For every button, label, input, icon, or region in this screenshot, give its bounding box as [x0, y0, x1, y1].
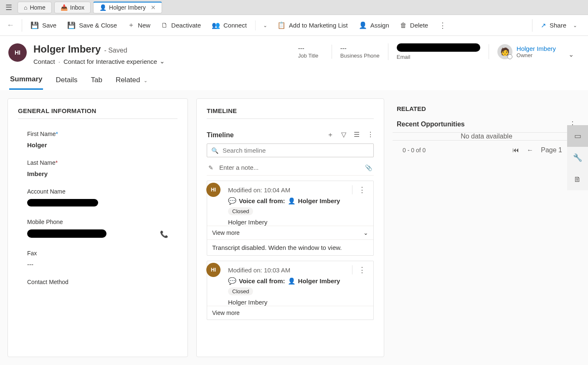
- header-expand-icon[interactable]: ⌄: [563, 47, 580, 62]
- overflow-button[interactable]: ⋮: [435, 18, 451, 33]
- delete-label: Delete: [410, 22, 428, 29]
- deactivate-label: Deactivate: [171, 22, 201, 29]
- new-label: New: [138, 22, 150, 29]
- tab-details[interactable]: Details: [55, 73, 78, 89]
- pencil-icon: ✎: [208, 164, 213, 171]
- opportunities-heading: Recent Opportunities: [397, 121, 465, 128]
- voicecall-icon: 💬: [228, 197, 236, 205]
- transcript-message: Transcript disabled. Widen the window to…: [207, 239, 373, 255]
- timeline-item-menu-icon[interactable]: ⋮: [352, 185, 366, 194]
- businessphone-value[interactable]: ---: [340, 45, 380, 52]
- filter-icon[interactable]: ▽: [341, 131, 346, 139]
- timeline-item-menu-icon[interactable]: ⋮: [352, 265, 366, 274]
- timeline-body: Holger Imbery: [228, 299, 368, 306]
- rail-document-icon[interactable]: 🗎: [567, 169, 588, 190]
- lastname-value[interactable]: Imbery: [27, 170, 168, 177]
- attachment-icon[interactable]: 📎: [365, 164, 372, 171]
- view-more-label: View more: [212, 310, 240, 316]
- general-information-card: GENERAL INFORMATION First Name* Holger L…: [8, 98, 188, 357]
- search-icon: 🔍: [211, 147, 218, 154]
- chevron-down-icon: ⌄: [363, 229, 368, 236]
- timeline-title-contact[interactable]: Holger Imbery: [298, 197, 340, 204]
- save-close-label: Save & Close: [79, 22, 117, 29]
- tab-inbox[interactable]: 📥 Inbox: [54, 2, 91, 13]
- email-label: Email: [397, 54, 480, 60]
- status-badge: Closed: [228, 287, 253, 295]
- tab-summary[interactable]: Summary: [9, 73, 43, 90]
- mobilephone-value[interactable]: [27, 229, 106, 239]
- form-selector[interactable]: Contact for Interactive experience ⌄: [63, 58, 165, 65]
- timeline-item-avatar: HI: [206, 183, 220, 197]
- tab-related[interactable]: Related ⌄: [115, 73, 148, 89]
- view-more-button[interactable]: View more: [207, 306, 373, 320]
- save-button[interactable]: 💾 Save: [26, 19, 61, 32]
- accountname-label: Account Name: [27, 188, 168, 195]
- view-more-button[interactable]: View more ⌄: [207, 226, 373, 239]
- timeline-note-row[interactable]: ✎ Enter a note... 📎: [207, 160, 374, 176]
- add-to-marketing-button[interactable]: 📋 Add to Marketing List: [273, 19, 352, 32]
- phone-icon[interactable]: 📞: [160, 230, 168, 238]
- owner-label: Owner: [517, 52, 556, 58]
- divider: [22, 19, 22, 32]
- delete-button[interactable]: 🗑 Delete: [396, 19, 432, 32]
- person-icon: 👤: [288, 277, 296, 285]
- chevron-down-icon: ⌄: [144, 78, 147, 83]
- prev-page-icon[interactable]: ←: [527, 146, 533, 154]
- timeline-overflow-icon[interactable]: ⋮: [367, 131, 374, 139]
- rail-wrench-icon[interactable]: 🔧: [567, 147, 588, 169]
- timeline-title-prefix: Voice call from:: [239, 277, 285, 284]
- assign-button[interactable]: 👤 Assign: [355, 19, 393, 32]
- mobilephone-label: Mobile Phone: [27, 219, 168, 225]
- fax-label: Fax: [27, 250, 168, 257]
- businessphone-label: Business Phone: [340, 53, 380, 59]
- sort-icon[interactable]: ☰: [354, 131, 360, 139]
- timeline-search-input[interactable]: [223, 147, 369, 154]
- related-section: RELATED Recent Opportunities ⋮ No data a…: [393, 98, 580, 154]
- right-rail: ▭ 🔧 🗎: [567, 125, 588, 190]
- view-more-label: View more: [212, 229, 240, 236]
- connect-chevron-icon[interactable]: ⌄: [260, 20, 271, 31]
- owner-name[interactable]: Holger Imbery: [517, 45, 556, 52]
- firstname-value[interactable]: Holger: [27, 141, 168, 149]
- timeline-title-contact[interactable]: Holger Imbery: [298, 277, 340, 284]
- rail-panel-icon[interactable]: ▭: [567, 125, 588, 147]
- record-header: HI Holger Imbery - Saved Contact · Conta…: [0, 36, 588, 69]
- accountname-value[interactable]: [27, 199, 168, 208]
- timeline-item: HI Modified on: 10:03 AM ⋮ 💬 Voice call …: [207, 261, 374, 320]
- save-close-button[interactable]: 💾 Save & Close: [63, 19, 121, 32]
- session-tabstrip: ☰ ⌂ Home 📥 Inbox 👤 Holger Imbery ✕: [0, 0, 588, 15]
- jobtitle-value[interactable]: ---: [298, 45, 323, 52]
- trash-icon: 🗑: [400, 22, 407, 29]
- share-button[interactable]: ↗ Share ⌄: [537, 18, 585, 33]
- voicecall-icon: 💬: [228, 277, 236, 285]
- email-value[interactable]: [397, 43, 480, 53]
- connect-button[interactable]: 👥 Connect: [208, 19, 251, 32]
- deactivate-button[interactable]: 🗋 Deactivate: [157, 19, 205, 32]
- timeline-card: TIMELINE Timeline ＋ ▽ ☰ ⋮ 🔍 ✎ Enter a no…: [196, 98, 384, 357]
- close-tab-icon[interactable]: ✕: [151, 4, 156, 11]
- tab-tab[interactable]: Tab: [90, 73, 103, 89]
- timeline-modified: Modified on: 10:04 AM: [228, 186, 290, 194]
- dot-separator: ·: [58, 58, 60, 65]
- general-heading: GENERAL INFORMATION: [18, 107, 177, 119]
- tab-home[interactable]: ⌂ Home: [18, 2, 52, 13]
- new-button[interactable]: ＋ New: [124, 18, 155, 32]
- share-chevron-icon[interactable]: ⌄: [570, 20, 580, 31]
- tab-active-record[interactable]: 👤 Holger Imbery ✕: [93, 2, 162, 13]
- pager: 0 - 0 of 0 ⏮ ← Page 1 →: [393, 140, 580, 154]
- fax-value[interactable]: ---: [27, 261, 168, 268]
- chevron-down-icon: ⌄: [160, 58, 165, 65]
- timeline-subheading: Timeline: [207, 131, 234, 139]
- add-record-icon[interactable]: ＋: [327, 131, 334, 139]
- first-page-icon[interactable]: ⏮: [512, 146, 519, 154]
- record-count: 0 - 0 of 0: [403, 147, 426, 154]
- hamburger-icon[interactable]: ☰: [3, 3, 15, 12]
- no-data-message: No data available: [393, 133, 580, 140]
- tab-inbox-label: Inbox: [70, 4, 84, 11]
- note-placeholder: Enter a note...: [219, 164, 259, 171]
- entity-label: Contact: [33, 58, 55, 65]
- timeline-search[interactable]: 🔍: [207, 143, 374, 157]
- divider: [255, 20, 256, 30]
- back-button[interactable]: ←: [3, 18, 18, 32]
- plus-icon: ＋: [128, 21, 134, 30]
